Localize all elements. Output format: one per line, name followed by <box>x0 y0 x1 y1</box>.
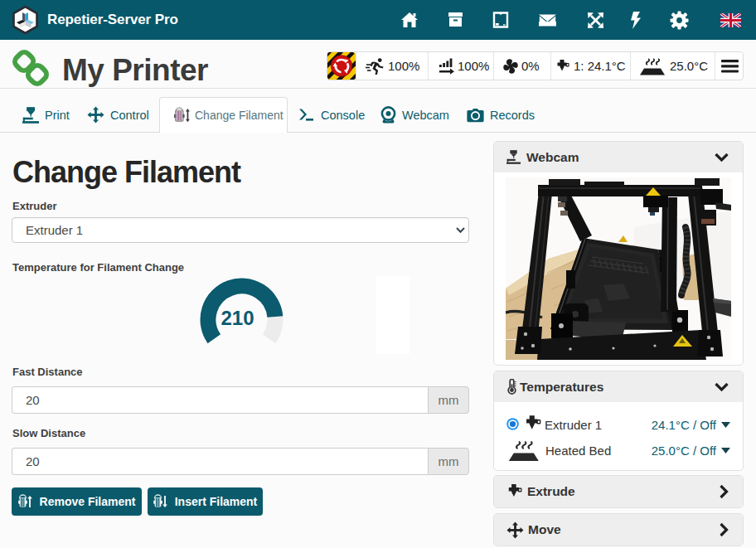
svg-text:210: 210 <box>220 307 254 329</box>
